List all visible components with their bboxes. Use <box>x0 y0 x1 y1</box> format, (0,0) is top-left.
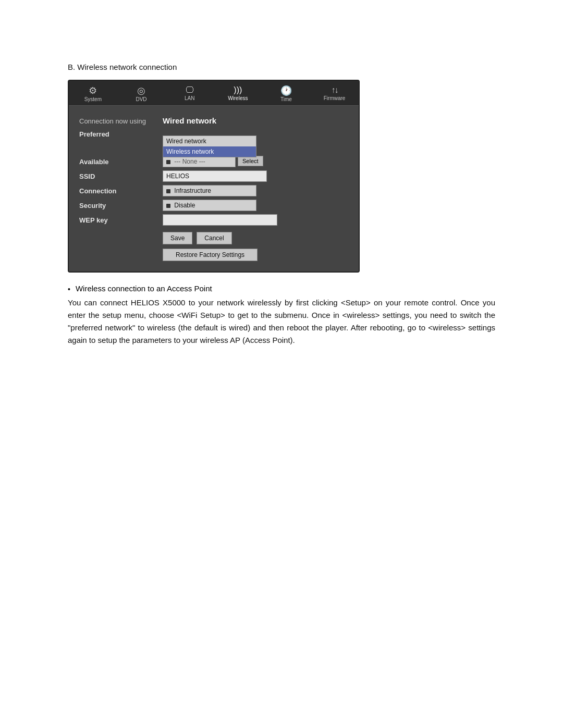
bullet-icon: • <box>68 285 70 293</box>
save-cancel-row: Save Cancel <box>163 232 348 244</box>
lan-icon: 🖵 <box>186 86 194 94</box>
nav-label-time: Time <box>280 96 292 102</box>
ssid-label: SSID <box>79 170 163 180</box>
available-label: Available <box>79 156 163 166</box>
form-row-wep-key: WEP key <box>79 214 348 226</box>
nav-item-wireless[interactable]: ))) Wireless <box>222 86 253 102</box>
bullet-item: • Wireless connection to an Access Point <box>68 284 495 293</box>
bullet-title: Wireless connection to an Access Point <box>76 284 212 293</box>
restore-button[interactable]: Restore Factory Settings <box>163 249 258 261</box>
wep-key-input[interactable] <box>163 214 277 226</box>
form-row-ssid: SSID <box>79 170 348 182</box>
cancel-button[interactable]: Cancel <box>197 232 231 244</box>
preferred-dropdown-list: Wired network Wireless network <box>163 135 256 157</box>
bullet-section: • Wireless connection to an Access Point… <box>68 284 495 347</box>
preferred-option-wireless[interactable]: Wireless network <box>163 146 256 157</box>
nav-label-dvd: DVD <box>136 96 146 102</box>
form-row-connection: Connection Infrastructure <box>79 185 348 196</box>
firmware-icon: ↑↓ <box>332 86 338 94</box>
preferred-option-wired[interactable]: Wired network <box>163 136 256 146</box>
section-title: B. Wireless network connection <box>68 63 495 71</box>
nav-item-system[interactable]: ⚙ System <box>77 86 108 102</box>
security-value-text: Disable <box>174 202 195 209</box>
time-icon: 🕐 <box>280 86 292 95</box>
body-text: You can connect HELIOS X5000 to your net… <box>68 297 495 347</box>
dot-icon <box>166 160 170 164</box>
ssid-input[interactable] <box>163 170 267 182</box>
restore-row: Restore Factory Settings <box>163 249 348 261</box>
available-none-field: --- None --- <box>163 156 236 167</box>
nav-item-lan[interactable]: 🖵 LAN <box>174 86 205 102</box>
connection-field[interactable]: Infrastructure <box>163 185 256 196</box>
content-area: Connection now using Wired network Prefe… <box>69 106 359 272</box>
system-icon: ⚙ <box>89 86 97 95</box>
wireless-icon: ))) <box>234 86 242 94</box>
dvd-icon: ◎ <box>137 86 145 95</box>
device-ui-panel: ⚙ System ◎ DVD 🖵 LAN ))) Wireless 🕐 Time… <box>68 80 360 273</box>
connection-now-value: Wired network <box>163 115 216 125</box>
preferred-label: Preferred <box>79 128 163 138</box>
nav-item-firmware[interactable]: ↑↓ Firmware <box>319 86 350 102</box>
form-row-available: Available --- None --- Select <box>79 156 348 167</box>
nav-label-firmware: Firmware <box>324 95 346 101</box>
available-control: --- None --- Select <box>163 156 263 167</box>
dot-icon-conn <box>166 189 170 193</box>
form-row-connection-now: Connection now using Wired network <box>79 115 348 125</box>
wep-key-label: WEP key <box>79 214 163 224</box>
nav-label-wireless: Wireless <box>228 95 248 101</box>
nav-item-dvd[interactable]: ◎ DVD <box>126 86 157 102</box>
save-button[interactable]: Save <box>163 232 192 244</box>
nav-bar: ⚙ System ◎ DVD 🖵 LAN ))) Wireless 🕐 Time… <box>69 81 359 106</box>
preferred-control[interactable]: Wired network Wireless network <box>163 128 348 137</box>
nav-item-time[interactable]: 🕐 Time <box>271 86 302 102</box>
nav-label-lan: LAN <box>185 95 194 101</box>
form-row-security: Security Disable <box>79 200 348 211</box>
select-button[interactable]: Select <box>238 156 263 166</box>
connection-now-label: Connection now using <box>79 115 163 125</box>
connection-label: Connection <box>79 185 163 195</box>
security-label: Security <box>79 200 163 209</box>
dot-icon-sec <box>166 204 170 208</box>
form-row-preferred: Preferred Wired network Wireless network <box>79 128 348 138</box>
security-field[interactable]: Disable <box>163 200 256 211</box>
nav-label-system: System <box>84 96 102 102</box>
none-text: --- None --- <box>174 158 205 165</box>
connection-value-text: Infrastructure <box>174 187 211 194</box>
